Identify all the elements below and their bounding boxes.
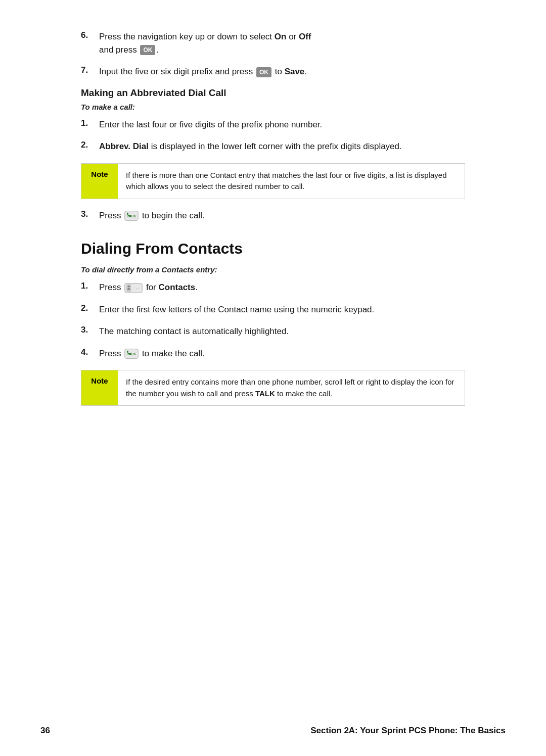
abbrev-step-3-number: 3. — [81, 209, 99, 219]
talk-button-step3: TALK — [124, 210, 139, 221]
dialing-step-1: 1. Press ··· for Contacts. — [81, 281, 465, 294]
dialing-subheading: To dial directly from a Contacts entry: — [81, 265, 465, 274]
abbrev-step-2: 2. Abbrev. Dial is displayed in the lowe… — [81, 140, 465, 153]
dialing-step-3: 3. The matching contact is automatically… — [81, 325, 465, 338]
talk-icon-step4: TALK — [124, 348, 139, 359]
page-container: 6. Press the navigation key up or down t… — [0, 0, 546, 756]
abbrev-step3-list: 3. Press TALK to begin the call. — [81, 209, 465, 222]
dialing-step-2: 2. Enter the first few letters of the Co… — [81, 303, 465, 316]
dialing-step-3-text: The matching contact is automatically hi… — [99, 325, 465, 338]
dialing-step-1-number: 1. — [81, 281, 99, 291]
svg-rect-6 — [127, 289, 130, 289]
abbrev-step-2-text: Abbrev. Dial is displayed in the lower l… — [99, 140, 465, 153]
dialing-step-4-number: 4. — [81, 347, 99, 357]
svg-rect-4 — [127, 286, 130, 287]
dialing-step-1-text: Press ··· for Contacts. — [99, 281, 465, 294]
abbrev-step-1: 1. Enter the last four or five digits of… — [81, 118, 465, 131]
footer-section: Section 2A: Your Sprint PCS Phone: The B… — [310, 726, 506, 736]
step-6-bold-on: On — [275, 32, 287, 41]
abbrev-dial-bold: Abbrev. Dial — [99, 141, 149, 151]
abbrev-step-1-text: Enter the last four or five digits of th… — [99, 118, 465, 131]
abbrev-step-3-text: Press TALK to begin the call. — [99, 209, 465, 222]
content-area: 6. Press the navigation key up or down t… — [81, 30, 465, 406]
abbrev-step-3: 3. Press TALK to begin the call. — [81, 209, 465, 222]
page-number: 36 — [40, 726, 50, 736]
talk-icon-step3: TALK — [124, 210, 139, 221]
contacts-button-step1: ··· — [124, 282, 143, 294]
dialing-step-2-number: 2. — [81, 303, 99, 313]
step-6-number: 6. — [81, 30, 99, 40]
abbreviated-note-label: Note — [81, 164, 118, 199]
svg-rect-5 — [127, 288, 130, 289]
step-6-bold-off: Off — [299, 32, 311, 41]
dialing-steps-list: 1. Press ··· for Contacts. — [81, 281, 465, 360]
step-7-bold-save: Save — [285, 67, 305, 76]
abbreviated-subheading: To make a call: — [81, 103, 465, 111]
step-7-number: 7. — [81, 65, 99, 75]
talk-button-step4: TALK — [124, 348, 139, 359]
contacts-bold: Contacts — [158, 282, 195, 292]
abbreviated-heading: Making an Abbreviated Dial Call — [81, 87, 465, 99]
step-7-text: Input the five or six digit prefix and p… — [99, 65, 465, 78]
abbreviated-steps-list: 1. Enter the last four or five digits of… — [81, 118, 465, 153]
dialing-step-2-text: Enter the first few letters of the Conta… — [99, 303, 465, 316]
top-steps-list: 6. Press the navigation key up or down t… — [81, 30, 465, 78]
talk-bold: TALK — [255, 389, 275, 398]
abbrev-step-2-number: 2. — [81, 140, 99, 150]
dialing-heading: Dialing From Contacts — [81, 240, 465, 257]
svg-text:···: ··· — [136, 287, 139, 290]
step-7: 7. Input the five or six digit prefix an… — [81, 65, 465, 78]
abbreviated-note-content: If there is more than one Contact entry … — [118, 164, 465, 199]
step-6-text: Press the navigation key up or down to s… — [99, 30, 465, 56]
dialing-note-box: Note If the desired entry contains more … — [81, 370, 465, 406]
dialing-note-label: Note — [81, 370, 118, 405]
dialing-step-4: 4. Press TALK to make the call. — [81, 347, 465, 360]
page-footer: 36 Section 2A: Your Sprint PCS Phone: Th… — [40, 726, 506, 736]
step-6: 6. Press the navigation key up or down t… — [81, 30, 465, 56]
ok-button-step7: OK — [256, 67, 271, 77]
dialing-step-3-number: 3. — [81, 325, 99, 335]
contacts-icon: ··· — [124, 282, 143, 294]
ok-button-step6: OK — [140, 45, 155, 55]
dialing-step-4-text: Press TALK to make the call. — [99, 347, 465, 360]
abbreviated-note-box: Note If there is more than one Contact e… — [81, 163, 465, 199]
abbrev-step-1-number: 1. — [81, 118, 99, 128]
dialing-note-content: If the desired entry contains more than … — [118, 370, 465, 405]
